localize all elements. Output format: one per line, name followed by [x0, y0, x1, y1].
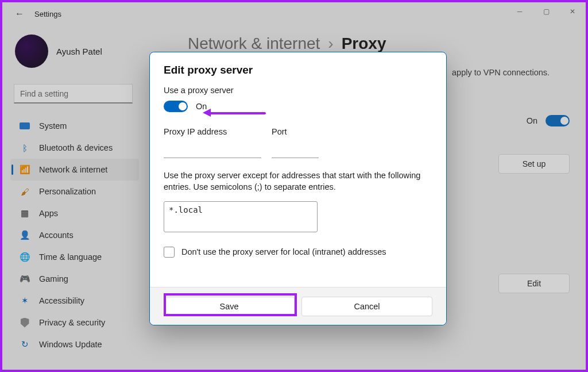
- port-label: Port: [272, 127, 319, 136]
- edit-proxy-dialog: Edit proxy server Use a proxy server On …: [149, 52, 447, 325]
- proxy-port-input[interactable]: [272, 141, 319, 158]
- cancel-button[interactable]: Cancel: [301, 297, 432, 316]
- save-button[interactable]: Save: [164, 297, 295, 316]
- exceptions-input[interactable]: [164, 201, 318, 232]
- proxy-ip-input[interactable]: [164, 141, 261, 158]
- exceptions-description: Use the proxy server except for addresse…: [164, 170, 432, 193]
- use-proxy-label: Use a proxy server: [164, 86, 432, 95]
- local-intranet-checkbox[interactable]: [164, 247, 175, 258]
- toggle-state-text: On: [196, 102, 207, 111]
- use-proxy-toggle[interactable]: [164, 101, 188, 112]
- dialog-title: Edit proxy server: [164, 64, 432, 76]
- ip-label: Proxy IP address: [164, 127, 261, 136]
- checkbox-label: Don't use the proxy server for local (in…: [181, 247, 386, 256]
